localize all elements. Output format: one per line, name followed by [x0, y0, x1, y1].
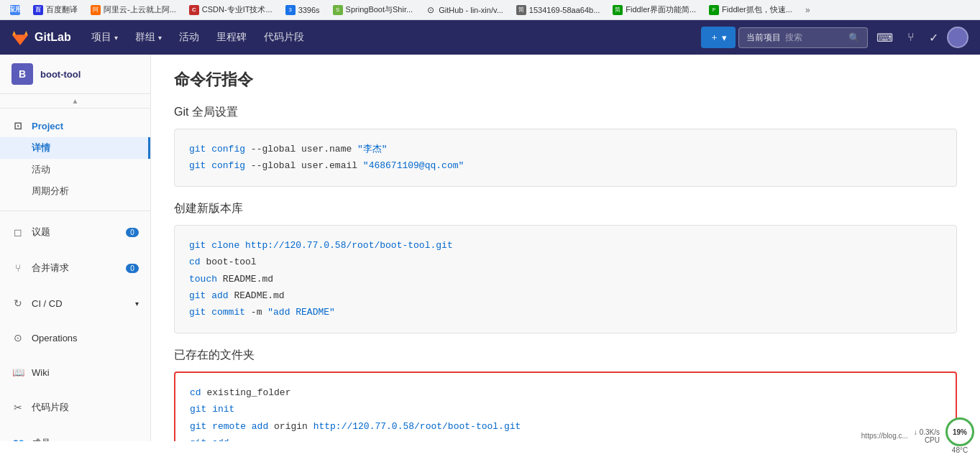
gitlab-logo[interactable]: GitLab: [12, 29, 71, 46]
project-name[interactable]: boot-tool: [40, 69, 81, 80]
sidebar-item-snippets[interactable]: ✂ 代码片段: [0, 395, 150, 420]
code-line-add-readme: git add README.md: [189, 287, 942, 304]
sidebar-item-members[interactable]: 👥 成员: [0, 431, 150, 441]
fiddler2-icon: F: [709, 5, 719, 15]
code-line-2: git config --global user.email "46867110…: [189, 157, 942, 174]
sidebar-item-project[interactable]: ⊡ Project: [0, 114, 150, 137]
sidebar-sub-details-label: 详情: [32, 142, 50, 153]
bookmark-fiddler2[interactable]: F Fiddler抓包，快速...: [705, 3, 797, 17]
nav-milestones[interactable]: 里程碑: [208, 20, 255, 55]
bookmark-3396s-label: 3396s: [298, 6, 320, 14]
bookmark-apps[interactable]: 应用: [6, 4, 24, 17]
project-avatar: B: [12, 63, 33, 85]
cpu-stats: 19% 48°C: [945, 417, 974, 441]
operations-icon: ⊙: [12, 332, 24, 343]
section-new-repo-title: 创建新版本库: [174, 201, 957, 216]
bookmark-spring-label: SpringBoot与Shir...: [346, 4, 413, 15]
cmd-dot: .: [234, 438, 240, 441]
nav-activity-label: 活动: [179, 31, 199, 44]
top-nav: GitLab 项目 ▾ 群组 ▾ 活动 里程碑 代码片段 ＋ ▾ 当前项目 搜索…: [0, 20, 980, 55]
speed-info: ↓ 0.3K/s CPU: [914, 428, 940, 442]
status-overlay: https://blog.c... ↓ 0.3K/s CPU 19% 48°C: [856, 415, 980, 441]
code-block-existing-folder: cd existing_folder git init git remote a…: [174, 371, 957, 441]
section-new-repo: 创建新版本库 git clone http://120.77.0.58/root…: [174, 201, 957, 333]
sidebar-wiki-section: 📖 Wiki: [0, 355, 150, 389]
cmd-touch: touch: [189, 274, 217, 285]
csdn-icon: C: [189, 5, 199, 15]
github-icon: ⊙: [426, 5, 436, 15]
sidebar-item-cicd[interactable]: ↻ CI / CD ▾: [0, 292, 150, 315]
plus-icon: ＋: [710, 31, 719, 44]
sidebar-item-issues[interactable]: ◻ 议题 0: [0, 220, 150, 244]
bookmark-aliyun-label: 阿里云-上云就上阿...: [104, 4, 176, 15]
search-box[interactable]: 当前项目 搜索 🔍: [738, 27, 868, 48]
issues-icon[interactable]: ✓: [923, 25, 944, 50]
sidebar-members-label: 成员: [32, 437, 50, 441]
sidebar-snippets-label: 代码片段: [32, 401, 69, 414]
cmd-remote-add: git remote add: [190, 421, 268, 432]
nav-activity[interactable]: 活动: [170, 20, 208, 55]
bookmark-aliyun[interactable]: 阿 阿里云-上云就上阿...: [86, 3, 180, 17]
cmd-dir-1: boot-tool: [206, 257, 256, 267]
cpu-circle: 19%: [945, 417, 974, 441]
cmd-clone: git clone: [189, 240, 239, 251]
keyboard-shortcut-icon[interactable]: ⌨: [871, 25, 899, 50]
cmd-url-2: http://120.77.0.58/root/boot-tool.git: [313, 421, 521, 432]
project-header: B boot-tool: [0, 55, 150, 94]
search-icon: 🔍: [848, 32, 860, 43]
sidebar-divider-1: [0, 211, 150, 211]
members-icon: 👥: [12, 438, 24, 441]
sidebar-issues-label: 议题: [32, 226, 50, 239]
cmd-add-readme: git add: [189, 290, 229, 301]
sidebar-item-operations[interactable]: ⊙ Operations: [0, 326, 150, 349]
code-line-cd-1: cd boot-tool: [189, 254, 942, 270]
section-global-settings: Git 全局设置 git config --global user.name "…: [174, 105, 957, 187]
merge-badge: 0: [126, 264, 139, 273]
issues-sidebar-icon: ◻: [12, 226, 24, 238]
user-avatar[interactable]: [947, 27, 968, 48]
wiki-icon: 📖: [12, 366, 24, 378]
merge-request-icon[interactable]: ⑂: [902, 25, 920, 50]
sidebar-sub-cycle[interactable]: 周期分析: [0, 180, 150, 202]
cicd-icon: ↻: [12, 297, 24, 309]
issues-with-badge: 议题 0: [32, 226, 139, 239]
merge-sidebar-icon: ⑂: [12, 262, 24, 274]
cpu-label: CPU: [925, 436, 940, 442]
sidebar-cicd-label: CI / CD: [32, 298, 63, 309]
bookmark-csdn[interactable]: C CSDN-专业IT技术...: [185, 3, 277, 17]
bookmark-baidu[interactable]: 百 百度翻译: [29, 3, 82, 17]
bookmark-spring[interactable]: S SpringBoot与Shir...: [329, 3, 418, 17]
code-line-1: git config --global user.name "李杰": [189, 141, 942, 157]
url-hint: https://blog.c...: [861, 432, 908, 440]
cicd-arrow: ▾: [135, 300, 139, 308]
bookmarks-bar: 应用 百 百度翻译 阿 阿里云-上云就上阿... C CSDN-专业IT技术..…: [0, 0, 980, 20]
sidebar: B boot-tool ▲ ⊡ Project 详情 活动 周期分析 ◻: [0, 55, 151, 441]
section-existing-folder-title: 已存在的文件夹: [174, 348, 957, 363]
app-body: B boot-tool ▲ ⊡ Project 详情 活动 周期分析 ◻: [0, 55, 980, 441]
bookmark-more[interactable]: »: [801, 4, 815, 17]
cmd-readme: README.md: [223, 274, 273, 285]
sidebar-sub-details[interactable]: 详情: [0, 137, 150, 159]
sidebar-item-merge[interactable]: ⑂ 合并请求 0: [0, 256, 150, 280]
sidebar-item-wiki[interactable]: 📖 Wiki: [0, 361, 150, 384]
bookmark-fiddler1[interactable]: 简 Fiddler界面功能简...: [608, 3, 700, 17]
nav-right: ＋ ▾ 当前项目 搜索 🔍 ⌨ ⑂ ✓: [701, 25, 968, 50]
cmd-string-2: "468671109@qq.com": [363, 160, 464, 171]
code-line-add-dot: git add .: [190, 435, 941, 441]
bookmark-github[interactable]: ⊙ GitHub - lin-xin/v...: [421, 4, 508, 17]
bookmark-3396s[interactable]: 3 3396s: [281, 4, 324, 17]
sidebar-project-section: ⊡ Project 详情 活动 周期分析: [0, 109, 150, 208]
nav-groups[interactable]: 群组 ▾: [127, 20, 170, 55]
sidebar-issues-section: ◻ 议题 0: [0, 214, 150, 250]
sidebar-merge-label: 合并请求: [32, 262, 69, 274]
cmd-init: git init: [190, 404, 234, 415]
sidebar-sub-activity[interactable]: 活动: [0, 159, 150, 180]
nav-projects-label: 项目: [91, 31, 111, 44]
cmd-flag-2: --global user.email: [251, 160, 363, 171]
nav-projects[interactable]: 项目 ▾: [83, 20, 127, 55]
plus-button[interactable]: ＋ ▾: [701, 27, 736, 48]
current-project-label: 当前项目: [746, 32, 781, 44]
bookmark-num[interactable]: 简 1534169-58aa64b...: [512, 4, 604, 17]
cmd-cd-existing: cd: [190, 387, 201, 398]
nav-snippets[interactable]: 代码片段: [255, 20, 313, 55]
